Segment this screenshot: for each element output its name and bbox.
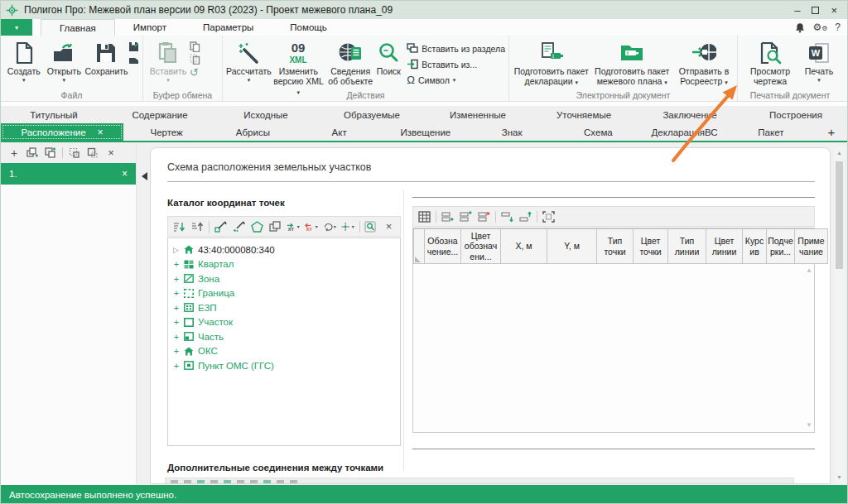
settings-gear-icon[interactable]: ⚙⚙ bbox=[812, 22, 827, 32]
move-row-down-icon[interactable] bbox=[500, 209, 514, 224]
tree-item-uchastok[interactable]: + Участок bbox=[173, 315, 400, 330]
tab-import[interactable]: Импорт bbox=[115, 19, 185, 36]
tab-postroeniya[interactable]: Построения bbox=[743, 106, 848, 123]
sidebar-item-1[interactable]: 1. × bbox=[1, 163, 136, 185]
col-oboznachenie[interactable]: Обозначение... bbox=[425, 229, 461, 264]
copy-object-icon[interactable] bbox=[268, 219, 282, 234]
maximize-button[interactable] bbox=[812, 7, 819, 14]
tab-izmenennye[interactable]: Измененные bbox=[425, 106, 531, 123]
insert-row-icon[interactable] bbox=[459, 209, 473, 224]
insert-from-section-button[interactable]: Вставить из раздела bbox=[407, 41, 505, 55]
tree-item-granitsa[interactable]: + Граница bbox=[173, 286, 400, 301]
col-primechanie[interactable]: Примечание bbox=[795, 229, 828, 264]
col-kursiv[interactable]: Курсив bbox=[743, 229, 767, 264]
copy-icon[interactable] bbox=[190, 41, 200, 52]
col-podcherkivanie[interactable]: Подчерки... bbox=[767, 229, 795, 264]
tab-izveschenie[interactable]: Извещение bbox=[383, 123, 469, 141]
tab-paket[interactable]: Пакет bbox=[728, 123, 814, 141]
close-button[interactable]: × bbox=[831, 5, 837, 16]
find-in-tree-icon[interactable] bbox=[364, 219, 378, 234]
add-row-icon[interactable] bbox=[441, 209, 455, 224]
add-tab-button[interactable]: + bbox=[814, 123, 848, 141]
edit-points-icon[interactable] bbox=[232, 219, 246, 234]
col-cvet-linii[interactable]: Цвет линии bbox=[706, 229, 743, 264]
save-button[interactable]: Сохранить bbox=[84, 38, 128, 76]
delete-row-icon[interactable] bbox=[477, 209, 491, 224]
tree-item-zona[interactable]: + Зона bbox=[173, 271, 400, 286]
tab-znak[interactable]: Знак bbox=[469, 123, 555, 141]
tab-skhema[interactable]: Схема bbox=[555, 123, 641, 141]
undo-icon[interactable]: ↺ bbox=[190, 66, 200, 79]
tab-titulny[interactable]: Титульный bbox=[1, 106, 107, 123]
table-scroll-up-icon[interactable]: ▲ bbox=[806, 266, 812, 274]
close-tab-icon[interactable]: × bbox=[98, 127, 104, 138]
object-info-button[interactable]: Сведения об объекте bbox=[325, 38, 376, 86]
tree-item-chast[interactable]: + Часть bbox=[173, 329, 400, 344]
tab-parametry[interactable]: Параметры bbox=[185, 19, 272, 36]
maximize-table-icon[interactable] bbox=[542, 209, 556, 224]
tree-item-oks[interactable]: + ОКС bbox=[173, 344, 400, 359]
delete-page-icon[interactable]: × bbox=[104, 146, 118, 160]
col-cvet-tochki[interactable]: Цвет точки bbox=[634, 229, 668, 264]
prepare-plan-package-button[interactable]: Подготовить пакет межевого плана ▾ bbox=[590, 38, 674, 86]
tree-item-kvartal[interactable]: + Квартал bbox=[173, 257, 400, 272]
print-button[interactable]: W Печать ▾ bbox=[799, 38, 839, 83]
tab-soderzhanie[interactable]: Содержание bbox=[107, 106, 213, 123]
tree-root-item[interactable]: ▷ 43:40:000080:340 bbox=[173, 242, 400, 257]
add-page-icon[interactable]: + bbox=[7, 146, 21, 160]
edit-geometry-icon[interactable] bbox=[214, 219, 228, 234]
scroll-down-icon[interactable]: ▼ bbox=[834, 474, 845, 480]
prepare-declaration-package-button[interactable]: Подготовить пакет декларации ▾ bbox=[513, 38, 590, 86]
sort-asc-icon[interactable] bbox=[190, 219, 205, 234]
change-xml-version-button[interactable]: 09XML Изменить версию XML ▾ bbox=[272, 38, 325, 96]
center-point-icon[interactable]: ▾ bbox=[341, 219, 355, 234]
scrollbar-thumb[interactable] bbox=[836, 161, 843, 269]
export-xy-icon[interactable]: XY▾ bbox=[305, 219, 319, 234]
move-row-up-icon[interactable] bbox=[518, 209, 532, 224]
sort-desc-icon[interactable] bbox=[172, 219, 186, 234]
paste-page-icon[interactable] bbox=[68, 146, 81, 160]
table-scroll-down-icon[interactable]: ▼ bbox=[806, 421, 812, 429]
paste-button[interactable]: Вставить ▾ bbox=[147, 38, 190, 83]
send-to-rosreestr-button[interactable]: Отправить в Росреестр ▾ bbox=[674, 38, 734, 86]
create-button[interactable]: Создать ▾ bbox=[4, 38, 44, 83]
help-icon[interactable]: ? bbox=[835, 22, 841, 33]
search-button[interactable]: Поиск bbox=[375, 38, 402, 76]
paste-special-page-icon[interactable] bbox=[86, 146, 99, 160]
tab-raspolozhenie-active[interactable]: Расположение × bbox=[1, 123, 123, 141]
tab-akt[interactable]: Акт bbox=[296, 123, 383, 141]
duplicate-page-icon[interactable] bbox=[44, 146, 57, 160]
minimize-button[interactable]: – bbox=[794, 5, 800, 16]
empty-field-underline[interactable] bbox=[412, 193, 815, 198]
close-item-icon[interactable]: × bbox=[122, 168, 128, 180]
col-tip-linii[interactable]: Тип линии bbox=[668, 229, 706, 264]
notifications-bell-icon[interactable] bbox=[795, 22, 805, 33]
panel-collapse-arrow[interactable] bbox=[142, 172, 147, 180]
scroll-up-icon[interactable]: ▲ bbox=[834, 150, 845, 156]
tab-abrisy[interactable]: Абрисы bbox=[210, 123, 296, 141]
import-xy-icon[interactable]: XY▾ bbox=[287, 219, 301, 234]
calculate-button[interactable]: Рассчитать ▾ bbox=[226, 38, 272, 83]
symbol-button[interactable]: Ω Символ ▾ bbox=[407, 73, 505, 87]
clear-tree-icon[interactable]: × bbox=[382, 219, 396, 234]
tab-iskhodnye[interactable]: Исходные bbox=[213, 106, 319, 123]
expander-icon[interactable]: ▷ bbox=[173, 246, 180, 254]
tree-item-punkt-oms[interactable]: + Пункт ОМС (ГГС) bbox=[173, 358, 400, 373]
col-y[interactable]: Y, м bbox=[547, 229, 597, 264]
file-menu-button[interactable]: ▾ bbox=[1, 19, 32, 36]
insert-from-button[interactable]: Вставить из... bbox=[407, 57, 505, 71]
save-as-icon[interactable] bbox=[128, 41, 139, 52]
copy-page-icon[interactable] bbox=[26, 146, 39, 160]
rotate-icon[interactable]: ▾ bbox=[323, 219, 337, 234]
select-all-corner[interactable] bbox=[414, 229, 425, 264]
points-table[interactable]: Обозначение... Цвет обозначени... X, м Y… bbox=[412, 228, 815, 433]
tab-utochnyaemye[interactable]: Уточняемые bbox=[531, 106, 637, 123]
table-icon[interactable] bbox=[417, 209, 431, 224]
empty-field-underline-2[interactable] bbox=[412, 444, 815, 449]
polygon-icon[interactable] bbox=[250, 219, 264, 234]
paste-special-icon[interactable] bbox=[190, 54, 200, 65]
tab-zaklyuchenie[interactable]: Заключение bbox=[637, 106, 743, 123]
vertical-scrollbar[interactable]: ▲ ▼ bbox=[834, 146, 845, 483]
col-tip-tochki[interactable]: Тип точки bbox=[597, 229, 634, 264]
tab-glavnaya[interactable]: Главная bbox=[41, 19, 115, 36]
